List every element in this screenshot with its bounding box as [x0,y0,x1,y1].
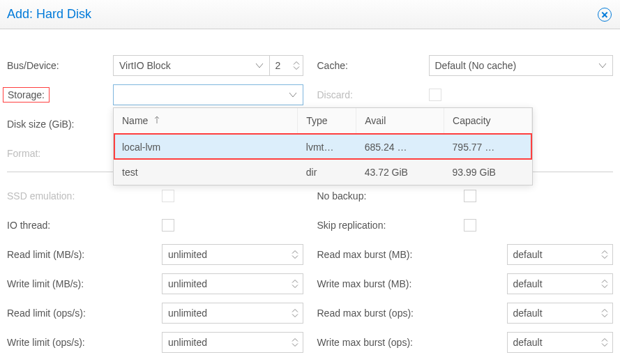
discard-checkbox[interactable] [429,89,441,101]
storage-row-capacity: 93.99 GiB [444,160,532,185]
dialog-header: Add: Hard Disk [0,0,620,29]
row-bus-device: Bus/Device: VirtIO Block 2 [7,54,303,77]
storage-row-avail: 685.24 … [356,134,444,160]
row-cache: Cache: Default (No cache) [317,54,614,77]
bus-device-label: Bus/Device: [7,60,113,71]
storage-row-name: local-lvm [114,134,298,160]
write-limit-ops-input[interactable]: unlimited [162,332,303,353]
form-area: Bus/Device: VirtIO Block 2 [0,29,620,364]
read-max-burst-ops-value: default [513,308,543,319]
read-limit-mbs-label: Read limit (MB/s): [7,249,162,260]
row-io-thread: IO thread: [7,214,303,236]
storage-row-avail: 43.72 GiB [356,160,444,185]
row-write-limit-mbs: Write limit (MB/s): unlimited [7,273,303,295]
read-limit-mbs-value: unlimited [168,249,207,260]
row-storage: Storage: [7,84,303,106]
spinner-arrows-icon [292,250,298,259]
ssd-emulation-checkbox[interactable] [162,190,174,202]
spinner-arrows-icon [601,280,608,289]
bus-select[interactable]: VirtIO Block [113,55,270,76]
row-read-limit-mbs: Read limit (MB/s): unlimited [7,243,303,266]
storage-table: Name Type Avail Capacity local-lvm lvmt…… [114,108,532,185]
chevron-down-icon [289,91,297,98]
read-max-burst-mb-label: Read max burst (MB): [317,249,507,260]
chevron-down-icon [255,62,264,69]
read-max-burst-mb-value: default [513,249,543,260]
spinner-arrows-icon [292,280,298,289]
io-thread-checkbox[interactable] [162,219,174,232]
write-max-burst-ops-label: Write max burst (ops): [317,337,507,348]
spinner-arrows-icon [601,309,608,318]
row-write-max-burst-ops: Write max burst (ops): default [317,331,614,354]
no-backup-checkbox[interactable] [464,190,476,202]
write-max-burst-mb-input[interactable]: default [507,273,614,294]
read-max-burst-ops-label: Read max burst (ops): [317,308,507,319]
left-column: Bus/Device: VirtIO Block 2 [7,54,303,361]
bus-select-value: VirtIO Block [119,60,251,71]
read-max-burst-mb-input[interactable]: default [507,244,614,265]
row-discard: Discard: [317,84,614,106]
io-thread-label: IO thread: [7,220,162,231]
write-max-burst-mb-label: Write max burst (MB): [317,278,507,289]
write-limit-mbs-input[interactable]: unlimited [162,273,303,294]
storage-row-capacity: 795.77 … [444,134,532,160]
skip-replication-label: Skip replication: [317,220,464,231]
skip-replication-checkbox[interactable] [464,219,476,232]
row-no-backup: No backup: [317,185,614,207]
col-name[interactable]: Name [114,108,298,134]
col-type[interactable]: Type [298,108,356,134]
row-read-max-burst-mb: Read max burst (MB): default [317,243,614,266]
storage-table-header: Name Type Avail Capacity [114,108,532,134]
format-label: Format: [7,148,113,159]
write-max-burst-mb-value: default [513,278,543,289]
device-stepper-value: 2 [275,60,281,71]
no-backup-label: No backup: [317,190,464,202]
write-limit-mbs-value: unlimited [168,278,207,289]
disk-size-label: Disk size (GiB): [7,119,113,130]
row-write-limit-ops: Write limit (ops/s): unlimited [7,331,303,354]
write-limit-mbs-label: Write limit (MB/s): [7,278,162,289]
row-ssd-emulation: SSD emulation: [7,185,303,207]
storage-row-type: lvmt… [298,134,356,160]
write-max-burst-ops-input[interactable]: default [507,332,614,353]
col-capacity[interactable]: Capacity [444,108,532,134]
write-max-burst-ops-value: default [513,337,543,348]
write-limit-ops-label: Write limit (ops/s): [7,337,162,348]
write-limit-ops-value: unlimited [168,337,207,348]
cache-select-value: Default (No cache) [435,60,595,71]
storage-row[interactable]: test dir 43.72 GiB 93.99 GiB [114,160,532,185]
ssd-emulation-label: SSD emulation: [7,190,162,202]
cache-select[interactable]: Default (No cache) [429,55,614,76]
col-avail[interactable]: Avail [356,108,444,134]
read-limit-ops-value: unlimited [168,308,207,319]
storage-row[interactable]: local-lvm lvmt… 685.24 … 795.77 … [114,134,532,160]
spinner-arrows-icon [601,250,608,259]
row-read-limit-ops: Read limit (ops/s): unlimited [7,302,303,324]
read-max-burst-ops-input[interactable]: default [507,303,614,324]
discard-label: Discard: [317,89,429,100]
storage-select[interactable] [113,84,303,105]
close-icon[interactable] [598,8,612,22]
read-limit-mbs-input[interactable]: unlimited [162,244,303,265]
row-skip-replication: Skip replication: [317,214,614,236]
storage-row-type: dir [298,160,356,185]
storage-row-name: test [114,160,298,185]
cache-label: Cache: [317,60,429,71]
spinner-arrows-icon [292,338,298,347]
row-write-max-burst-mb: Write max burst (MB): default [317,273,614,295]
read-limit-ops-label: Read limit (ops/s): [7,308,162,319]
storage-dropdown-popup: Name Type Avail Capacity local-lvm lvmt…… [113,107,533,185]
spinner-arrows-icon [601,338,608,347]
dialog-title: Add: Hard Disk [7,7,91,22]
right-column: Cache: Default (No cache) Discard: [317,54,614,361]
chevron-down-icon [598,62,607,69]
sort-asc-icon [153,115,160,126]
device-stepper[interactable]: 2 [270,55,303,76]
read-limit-ops-input[interactable]: unlimited [162,303,303,324]
spinner-arrows-icon [293,61,300,70]
spinner-arrows-icon [292,309,298,318]
row-read-max-burst-ops: Read max burst (ops): default [317,302,614,324]
storage-label: Storage: [7,89,113,100]
